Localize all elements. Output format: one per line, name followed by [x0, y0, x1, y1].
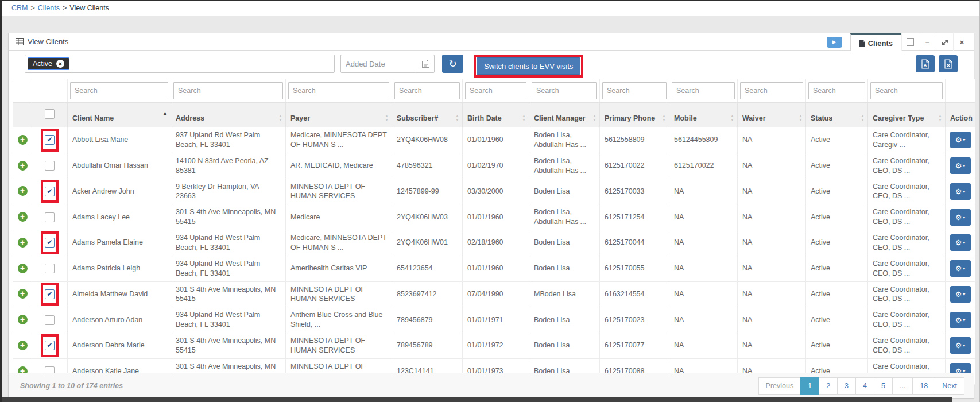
search-input-client-name[interactable] [70, 82, 168, 99]
header-caregiver-type[interactable]: Caregiver Type [868, 103, 946, 127]
added-date-input[interactable] [341, 60, 417, 68]
expand-row-button[interactable] [18, 135, 28, 145]
row-checkbox[interactable] [45, 238, 55, 248]
expand-row-button[interactable] [18, 341, 28, 350]
expand-row-button[interactable] [18, 238, 28, 248]
cell-client-name: Adams Lacey Lee [68, 204, 171, 230]
row-action-button[interactable]: ⚙▾ [950, 132, 971, 148]
row-checkbox[interactable] [45, 289, 55, 299]
search-input-payer[interactable] [288, 82, 389, 99]
page-button--: ... [892, 377, 913, 395]
view-clients-panel: View Clients Clients − × Active [8, 33, 974, 399]
cell-mobile: NA [669, 333, 738, 359]
sort-icon[interactable] [861, 114, 865, 122]
search-input-client-manager[interactable] [532, 82, 597, 99]
page-button-4[interactable]: 4 [855, 377, 874, 395]
row-action-button[interactable]: ⚙▾ [950, 337, 971, 354]
export-pdf-button[interactable]: A [916, 55, 935, 72]
expand-row-button[interactable] [18, 315, 28, 324]
expand-row-button[interactable] [18, 161, 28, 171]
search-row [13, 79, 975, 103]
switch-clients-evv-button[interactable]: Switch clients to EVV visits [477, 57, 580, 75]
cell-birth-date: 07/04/1990 [463, 281, 529, 307]
row-checkbox[interactable] [45, 161, 55, 171]
row-checkbox[interactable] [45, 315, 55, 325]
pagination: Previous12345...18Next [759, 377, 964, 395]
header-waiver[interactable]: Waiver [738, 103, 806, 127]
status-filter-input[interactable]: Active [25, 55, 335, 73]
search-input-caregiver-type[interactable] [870, 82, 943, 99]
page-button-18[interactable]: 18 [912, 377, 935, 395]
row-action-button[interactable]: ⚙▾ [950, 209, 971, 226]
expand-row-button[interactable] [18, 186, 28, 196]
window-bottom-edge [2, 397, 952, 402]
sort-icon[interactable] [385, 114, 389, 122]
search-input-address[interactable] [173, 82, 283, 99]
header-checkbox[interactable] [32, 103, 68, 127]
expand-row-button[interactable] [18, 212, 28, 222]
header-client-name[interactable]: Client Name [68, 103, 171, 127]
gear-icon: ⚙ [955, 161, 962, 170]
search-input-primary-phone[interactable] [602, 82, 667, 99]
row-action-button[interactable]: ⚙▾ [950, 260, 971, 277]
row-checkbox[interactable] [45, 135, 55, 145]
row-checkbox[interactable] [45, 212, 55, 222]
sort-icon[interactable] [730, 114, 734, 122]
row-action-button[interactable]: ⚙▾ [950, 286, 971, 303]
tab-bar: Clients − × [827, 33, 970, 51]
sort-ascending-icon[interactable] [162, 109, 168, 117]
header-payer[interactable]: Payer [286, 103, 392, 127]
header-address[interactable]: Address [171, 103, 286, 127]
search-input-mobile[interactable] [672, 82, 735, 99]
page-button-next[interactable]: Next [935, 377, 964, 395]
expand-button[interactable] [936, 33, 953, 51]
row-checkbox[interactable] [45, 264, 55, 273]
page-button-1[interactable]: 1 [800, 377, 819, 395]
tab-clients[interactable]: Clients [850, 33, 901, 51]
cell-mobile: NA [669, 307, 738, 333]
search-input-waiver[interactable] [740, 82, 803, 99]
row-checkbox[interactable] [45, 341, 55, 350]
sort-icon[interactable] [662, 114, 666, 122]
header-birth-date[interactable]: Birth Date [463, 103, 529, 127]
calendar-icon[interactable] [417, 55, 434, 72]
page-button-5[interactable]: 5 [874, 377, 893, 395]
header-subscriber[interactable]: Subscriber# [392, 103, 463, 127]
sort-icon[interactable] [455, 114, 459, 122]
close-button[interactable]: × [953, 33, 970, 51]
page-button-3[interactable]: 3 [837, 377, 856, 395]
expand-row-button[interactable] [18, 264, 28, 273]
search-input-status[interactable] [808, 82, 865, 99]
minimize-button[interactable]: − [919, 33, 936, 51]
header-status[interactable]: Status [806, 103, 868, 127]
sort-icon[interactable] [278, 114, 282, 122]
page-button-2[interactable]: 2 [819, 377, 838, 395]
search-input-birth-date[interactable] [465, 82, 526, 99]
page-button-previous[interactable]: Previous [758, 377, 801, 395]
cell-primary-phone: 6163214554 [600, 281, 669, 307]
cell-address: 301 S 4th Ave Minneapolis, MN 55415 [171, 204, 286, 230]
square-toggle-button[interactable] [901, 33, 919, 51]
header-primary-phone[interactable]: Primary Phone [600, 103, 669, 127]
export-excel-button[interactable] [939, 55, 958, 72]
breadcrumb-link-clients[interactable]: Clients [38, 4, 60, 12]
sort-icon[interactable] [522, 114, 526, 122]
search-input-subscriber[interactable] [394, 82, 460, 99]
remove-tag-icon[interactable] [56, 60, 64, 68]
row-action-button[interactable]: ⚙▾ [950, 183, 971, 200]
row-action-button[interactable]: ⚙▾ [950, 312, 971, 328]
row-checkbox[interactable] [45, 187, 55, 196]
select-all-checkbox[interactable] [45, 109, 55, 119]
sort-icon[interactable] [938, 114, 942, 122]
sort-icon[interactable] [799, 114, 803, 122]
row-action-button[interactable]: ⚙▾ [950, 234, 971, 251]
table-row: Adams Lacey Lee 301 S 4th Ave Minneapoli… [13, 204, 975, 230]
header-client-manager[interactable]: Client Manager [529, 103, 600, 127]
video-help-button[interactable] [827, 37, 842, 48]
sort-icon[interactable] [592, 114, 596, 122]
header-mobile[interactable]: Mobile [669, 103, 738, 127]
breadcrumb-link-crm[interactable]: CRM [11, 4, 28, 12]
refresh-button[interactable] [442, 55, 463, 73]
expand-row-button[interactable] [18, 289, 28, 299]
row-action-button[interactable]: ⚙▾ [950, 157, 971, 174]
